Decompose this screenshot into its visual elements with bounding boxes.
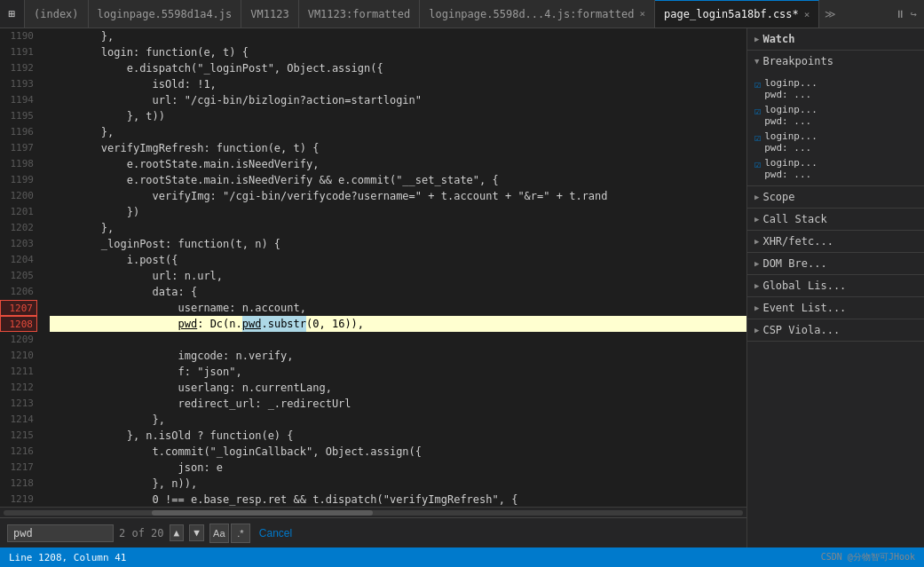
match-case-button[interactable]: Aa (209, 524, 229, 543)
code-line-1193: isOld: !1, (50, 76, 746, 92)
code-line-1204: i.post({ (50, 252, 746, 268)
line-number-1215: 1215 (0, 428, 37, 444)
dom-bre-header[interactable]: ▶ DOM Bre... (747, 253, 924, 274)
line-number-1206: 1206 (0, 284, 37, 300)
tab-vm1123-formatted[interactable]: VM1123:formatted (299, 0, 421, 28)
close-icon[interactable]: × (639, 8, 645, 20)
csp-viola-section: ▶ CSP Viola... (747, 319, 924, 342)
tab-vm1123[interactable]: VM1123 (241, 0, 298, 28)
watch-section: ▶ Watch (747, 28, 924, 51)
tab-page-login-css[interactable]: page_login5a18bf.css* × (655, 0, 819, 28)
scope-header[interactable]: ▶ Scope (747, 186, 924, 208)
line-numbers: 1190119111921193119411951196119711981199… (0, 28, 44, 507)
find-toggle-group: Aa .* (209, 524, 250, 543)
line-number-1203: 1203 (0, 236, 37, 252)
step-icon[interactable]: ↪ (911, 8, 917, 20)
tab-label: VM1123 (250, 8, 288, 20)
breakpoints-header[interactable]: ▼ Breakpoints (747, 51, 924, 72)
right-panel: ▶ Watch ▼ Breakpoints ☑ loginp...pwd: ..… (746, 28, 924, 547)
code-line-1197: verifyImgRefresh: function(e, t) { (50, 140, 746, 156)
toolbar-right: ⏸ ↪ (895, 8, 924, 20)
bp-checkbox-4[interactable]: ☑ (754, 158, 761, 170)
code-line-1206: data: { (50, 284, 746, 300)
tab-loginpage-formatted[interactable]: loginpage.5598d...4.js:formatted × (420, 0, 655, 28)
horizontal-scrollbar[interactable] (0, 507, 746, 517)
regex-button[interactable]: .* (231, 524, 250, 543)
csp-viola-arrow: ▶ (754, 326, 759, 335)
close-icon[interactable]: × (804, 9, 810, 20)
tab-index[interactable]: (index) (25, 0, 89, 28)
line-number-1219: 1219 (0, 492, 37, 507)
csp-viola-header[interactable]: ▶ CSP Viola... (747, 319, 924, 341)
code-line-1194: url: "/cgi-bin/bizlogin?action=startlogi… (50, 92, 746, 108)
bp-text-1: loginp...pwd: ... (764, 77, 817, 100)
tab-label: page_login5a18bf.css* (664, 8, 799, 20)
bp-checkbox-2[interactable]: ☑ (754, 105, 761, 117)
code-line-1199: e.rootState.main.isNeedVerify && e.commi… (50, 172, 746, 188)
tab-loginpage[interactable]: loginpage.5598d1a4.js (89, 0, 242, 28)
breakpoints-label: Breakpoints (762, 55, 833, 67)
code-line-1210: imgcode: n.verify, (50, 348, 746, 364)
bp-item-1: ☑ loginp...pwd: ... (754, 75, 917, 102)
dom-bre-arrow: ▶ (754, 259, 759, 268)
code-line-1191: login: function(e, t) { (50, 44, 746, 60)
watch-label: Watch (762, 33, 794, 45)
line-number-1218: 1218 (0, 476, 37, 492)
event-list-header[interactable]: ▶ Event List... (747, 297, 924, 319)
code-line-1211: f: "json", (50, 364, 746, 380)
code-line-1212: userlang: n.currentLang, (50, 380, 746, 396)
find-next-icon[interactable]: ▼ (189, 524, 204, 541)
code-line-1201: }) (50, 204, 746, 220)
line-number-1212: 1212 (0, 380, 37, 396)
code-line-1207: username: n.account, (50, 300, 746, 316)
cursor-position: Line 1208, Column 41 (9, 552, 126, 563)
find-input[interactable] (7, 524, 114, 542)
devtools-icon: ⊞ (0, 0, 25, 28)
scrollbar-thumb (152, 510, 374, 516)
line-number-1198: 1198 (0, 156, 37, 172)
main-area: 1190119111921193119411951196119711981199… (0, 28, 924, 547)
scope-section: ▶ Scope (747, 186, 924, 209)
code-line-1192: e.dispatch("_loginPost", Object.assign({ (50, 60, 746, 76)
tab-label: loginpage.5598d1a4.js (98, 8, 233, 20)
line-number-1208: 1208 (0, 316, 37, 332)
bp-text-4: loginp...pwd: ... (764, 157, 817, 180)
line-number-1193: 1193 (0, 76, 37, 92)
code-line-1198: e.rootState.main.isNeedVerify, (50, 156, 746, 172)
tab-overflow[interactable]: ≫ (819, 8, 841, 20)
line-number-1205: 1205 (0, 268, 37, 284)
code-line-1218: }, n)), (50, 476, 746, 492)
pause-icon[interactable]: ⏸ (895, 8, 905, 20)
xhr-header[interactable]: ▶ XHR/fetc... (747, 231, 924, 252)
call-stack-header[interactable]: ▶ Call Stack (747, 209, 924, 230)
tab-label: (index) (34, 8, 79, 20)
line-number-1194: 1194 (0, 92, 37, 108)
watch-header[interactable]: ▶ Watch (747, 28, 924, 50)
event-list-arrow: ▶ (754, 303, 759, 312)
bp-item-4: ☑ loginp...pwd: ... (754, 155, 917, 182)
bp-checkbox-3[interactable]: ☑ (754, 131, 761, 144)
code-line-1200: verifyImg: "/cgi-bin/verifycode?username… (50, 188, 746, 204)
event-list-label: Event List... (762, 302, 846, 314)
breakpoints-content: ☑ loginp...pwd: ... ☑ loginp...pwd: ... … (747, 72, 924, 185)
line-number-1216: 1216 (0, 444, 37, 460)
global-lis-arrow: ▶ (754, 281, 759, 290)
dom-bre-section: ▶ DOM Bre... (747, 253, 924, 275)
bp-item-2: ☑ loginp...pwd: ... (754, 102, 917, 129)
find-bar: 2 of 20 ▲ ▼ Aa .* Cancel (0, 517, 746, 547)
line-number-1196: 1196 (0, 124, 37, 140)
global-lis-header[interactable]: ▶ Global Lis... (747, 275, 924, 296)
code-scroll[interactable]: 1190119111921193119411951196119711981199… (0, 28, 746, 507)
line-number-1201: 1201 (0, 204, 37, 220)
code-line-1216: t.commit("_loginCallback", Object.assign… (50, 444, 746, 460)
tab-label: loginpage.5598d...4.js:formatted (429, 8, 634, 20)
code-line-1209 (50, 332, 746, 348)
code-line-1217: json: e (50, 460, 746, 476)
bp-checkbox-1[interactable]: ☑ (754, 78, 761, 91)
find-cancel-button[interactable]: Cancel (259, 527, 292, 539)
code-line-1219: 0 !== e.base_resp.ret && t.dispatch("ver… (50, 492, 746, 507)
line-number-1190: 1190 (0, 28, 37, 44)
line-number-1191: 1191 (0, 44, 37, 60)
find-prev-icon[interactable]: ▲ (170, 524, 185, 541)
event-list-section: ▶ Event List... (747, 297, 924, 319)
